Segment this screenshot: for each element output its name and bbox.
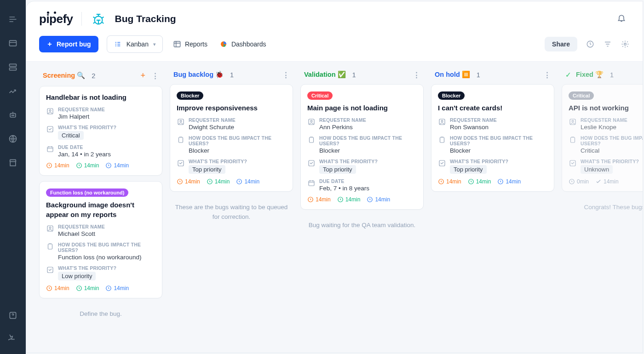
column-menu-icon[interactable]: ⋮ bbox=[150, 72, 161, 80]
topbar: pipefy Bug Tracking bbox=[26, 1, 643, 27]
field-icon bbox=[438, 136, 446, 144]
timer: 14min bbox=[367, 196, 390, 203]
field-label: WHAT'S THE PRIORITY? bbox=[581, 159, 639, 164]
field-label: HOW DOES THE BUG IMPACT THE USERS? bbox=[450, 135, 547, 146]
card-field: HOW DOES THE BUG IMPACT THE USERS?Blocke… bbox=[177, 135, 286, 154]
database-icon[interactable] bbox=[7, 62, 18, 73]
app-logo[interactable]: pipefy bbox=[39, 12, 73, 26]
svg-rect-2 bbox=[10, 68, 17, 70]
card-field: DUE DATEFeb, 7 • in 8 years bbox=[307, 178, 417, 192]
kanban-card[interactable]: Handlebar is not loading REQUESTER NAMEJ… bbox=[39, 86, 162, 176]
column-hint: Bug waiting for the QA team validation. bbox=[300, 215, 424, 235]
svg-rect-1 bbox=[10, 64, 17, 66]
field-value: Leslie Knope bbox=[581, 124, 627, 131]
field-label: REQUESTER NAME bbox=[319, 117, 366, 123]
card-tag: Function loss (no workaround) bbox=[46, 188, 128, 197]
card-field: WHAT'S THE PRIORITY?Critical bbox=[46, 125, 155, 140]
field-value: Ron Swanson bbox=[450, 124, 497, 131]
add-card-button[interactable]: + bbox=[140, 71, 145, 80]
timer: 14min bbox=[497, 178, 521, 185]
globe-icon[interactable] bbox=[7, 133, 18, 144]
field-value: Blocker bbox=[189, 147, 286, 154]
column-menu-icon[interactable]: ⋮ bbox=[542, 71, 552, 79]
card-field: WHAT'S THE PRIORITY?Unknown bbox=[569, 159, 643, 174]
card-timers: 14min14min14min bbox=[177, 178, 286, 185]
divider bbox=[81, 12, 82, 26]
column-menu-icon[interactable]: ⋮ bbox=[411, 71, 422, 79]
svg-point-53 bbox=[572, 120, 574, 122]
menu-icon[interactable] bbox=[7, 14, 18, 25]
column-title[interactable]: On hold ⏸️ bbox=[435, 71, 470, 79]
timer-done: 14min bbox=[595, 178, 619, 185]
svg-point-17 bbox=[49, 110, 51, 112]
card-field: REQUESTER NAMERon Swanson bbox=[438, 117, 547, 131]
kanban-card[interactable]: BlockerI can't create cards! REQUESTER N… bbox=[431, 84, 554, 192]
column-menu-icon[interactable]: ⋮ bbox=[281, 71, 291, 79]
column-title[interactable]: Fixed 🏆 bbox=[576, 71, 604, 79]
field-label: HOW DOES THE BUG IMPACT THE USERS? bbox=[581, 135, 643, 146]
field-value: Low priority bbox=[58, 272, 116, 280]
column-title[interactable]: Screening 🔍 bbox=[43, 72, 85, 80]
analytics-icon[interactable] bbox=[7, 86, 18, 97]
chat-icon[interactable] bbox=[7, 334, 18, 345]
field-value: Unknown bbox=[581, 165, 639, 174]
kanban-column: Screening 🔍 2 + ⋮ Handlebar is not loadi… bbox=[39, 69, 162, 345]
timer: 14min bbox=[105, 285, 129, 291]
help-icon[interactable] bbox=[7, 310, 18, 321]
field-value: Ann Perkins bbox=[319, 124, 366, 131]
bot-icon[interactable] bbox=[7, 109, 18, 120]
field-label: DUE DATE bbox=[58, 144, 111, 150]
svg-point-15 bbox=[624, 43, 627, 46]
card-icon[interactable] bbox=[7, 38, 18, 49]
timer: 14min bbox=[307, 196, 331, 203]
svg-point-4 bbox=[12, 115, 13, 116]
column-header: On hold ⏸️ 1 ⋮ bbox=[431, 69, 554, 84]
card-field: HOW DOES THE BUG IMPACT THE USERS?Blocke… bbox=[438, 135, 547, 154]
share-button[interactable]: Share bbox=[545, 37, 577, 51]
card-field: WHAT'S THE PRIORITY?Top priority bbox=[307, 159, 417, 174]
store-icon[interactable] bbox=[7, 157, 18, 168]
svg-rect-39 bbox=[310, 137, 314, 143]
field-value: Blocker bbox=[450, 147, 547, 154]
column-count: 1 bbox=[352, 71, 356, 79]
column-title[interactable]: Bug backlog 🐞 bbox=[173, 71, 224, 79]
column-hint: These are the bugs waiting to be queued … bbox=[170, 197, 293, 227]
field-label: HOW DOES THE BUG IMPACT THE USERS? bbox=[189, 135, 286, 146]
field-icon bbox=[46, 266, 54, 274]
kanban-card[interactable]: Function loss (no workaround)Background … bbox=[39, 181, 162, 298]
column-title[interactable]: Validation ✅ bbox=[304, 71, 346, 79]
kanban-card[interactable]: BlockerImprove responsiveness REQUESTER … bbox=[170, 84, 293, 192]
card-timers: 14min14min14min bbox=[438, 178, 547, 185]
field-value: Dwight Schurute bbox=[189, 124, 236, 131]
field-label: WHAT'S THE PRIORITY? bbox=[450, 159, 508, 164]
dashboards-link[interactable]: Dashboards bbox=[218, 36, 268, 52]
timer: 14min bbox=[76, 162, 99, 169]
kanban-board[interactable]: Screening 🔍 2 + ⋮ Handlebar is not loadi… bbox=[26, 61, 643, 353]
field-label: WHAT'S THE PRIORITY? bbox=[319, 159, 378, 164]
field-icon bbox=[177, 136, 185, 144]
pipe-title: Bug Tracking bbox=[115, 13, 176, 24]
report-bug-button[interactable]: Report bug bbox=[39, 36, 98, 52]
main-content: pipefy Bug Tracking Report bug Kanban ▾ … bbox=[26, 1, 643, 353]
timer: 14min bbox=[337, 196, 361, 203]
column-count: 1 bbox=[610, 71, 614, 79]
field-label: REQUESTER NAME bbox=[450, 117, 497, 123]
card-field: REQUESTER NAMELeslie Knope bbox=[569, 117, 643, 131]
notification-icon[interactable] bbox=[617, 13, 626, 24]
svg-rect-0 bbox=[10, 40, 17, 46]
kanban-card[interactable]: CriticalMain page is not loading REQUEST… bbox=[300, 84, 424, 210]
reports-link[interactable]: Reports bbox=[171, 36, 209, 52]
card-tag: Blocker bbox=[438, 91, 465, 100]
column-header: Screening 🔍 2 + ⋮ bbox=[39, 69, 162, 86]
svg-point-38 bbox=[310, 120, 312, 122]
kanban-card[interactable]: CriticalAPI is not working REQUESTER NAM… bbox=[562, 84, 643, 192]
field-icon bbox=[46, 125, 54, 133]
field-value: Top priority bbox=[450, 165, 508, 174]
filter-icon[interactable] bbox=[603, 40, 612, 49]
kanban-column: Bug backlog 🐞 1 ⋮ BlockerImprove respons… bbox=[170, 69, 293, 345]
history-icon[interactable] bbox=[586, 40, 595, 49]
column-header: ✓ Fixed 🏆 1 ⋮ bbox=[562, 69, 643, 84]
view-switcher[interactable]: Kanban ▾ bbox=[107, 35, 163, 53]
field-icon bbox=[569, 159, 577, 167]
settings-icon[interactable] bbox=[621, 40, 630, 49]
